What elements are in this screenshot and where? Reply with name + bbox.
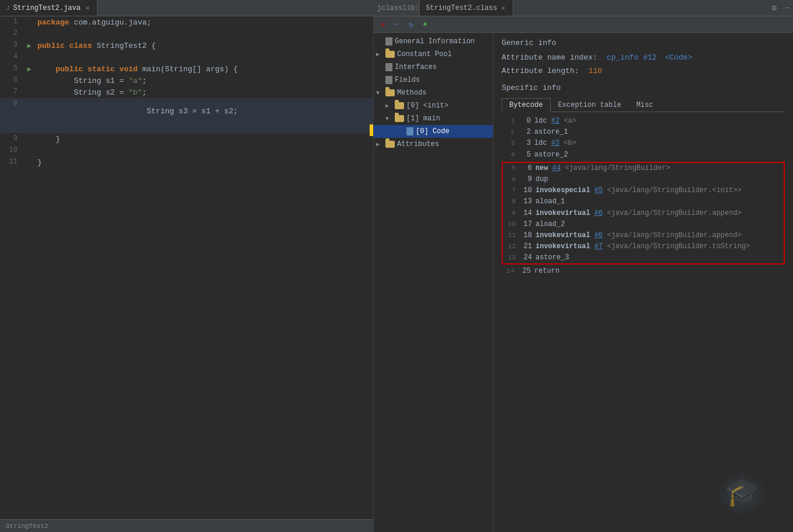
table-row: 2 <box>0 28 373 40</box>
editor-status-bar: StringTest2 <box>0 519 373 532</box>
bc-linenum: 14 <box>502 266 518 277</box>
arrow-init: ▶ <box>385 102 392 109</box>
bc-instr: return <box>534 266 559 277</box>
tree-content: General Information ▶ Constant Pool <box>374 33 493 532</box>
bc-linenum: 10 <box>503 220 519 230</box>
arrow-main: ▼ <box>385 116 392 122</box>
table-row: 4 <box>0 51 373 63</box>
tab-exception-table[interactable]: Exception table <box>551 98 629 112</box>
attr-name-label: Attribute name index: <box>502 53 597 62</box>
table-row: 6 String s1 = "a"; <box>0 75 373 86</box>
folder-icon-init <box>395 102 404 109</box>
generic-info-title: Generic info <box>502 39 785 47</box>
editor-tab-bar: J StringTest2.java ✕ <box>0 0 373 16</box>
code-line: public class StringTest2 { <box>35 40 373 51</box>
bc-linenum: 5 <box>503 164 519 174</box>
tree-item-main[interactable]: ▼ [1] main <box>374 112 493 125</box>
info-row-attr-name: Attribute name index: cp_info #12 <Code> <box>502 53 785 62</box>
tree-label-main: [1] main <box>406 114 440 123</box>
code-line: String s3 = s1 + s2; <box>35 98 373 133</box>
settings-button[interactable]: ⚙ <box>767 3 781 13</box>
tree-item-methods[interactable]: ▼ Methods <box>374 86 493 99</box>
attr-name-link[interactable]: cp_info #12 <box>607 53 657 62</box>
attr-length-label: Attribute length: <box>502 67 579 75</box>
bc-offset: 9 <box>519 174 535 185</box>
bc-offset: 10 <box>519 185 535 196</box>
bc-offset: 17 <box>519 219 535 230</box>
tree-item-constant[interactable]: ▶ Constant Pool <box>374 48 493 61</box>
tab-java-close[interactable]: ✕ <box>84 4 92 12</box>
tree-item-attributes[interactable]: ▶ Attributes <box>374 138 493 151</box>
code-line <box>35 28 373 40</box>
bc-ref[interactable]: #6 <box>594 230 603 241</box>
line-number: 8 <box>0 98 23 133</box>
bc-row-11: 11 18 invokevirtual #6 <java/lang/String… <box>503 230 784 241</box>
tab-misc[interactable]: Misc <box>629 98 661 112</box>
close-button[interactable]: ✕ <box>377 19 389 30</box>
info-row-attr-length: Attribute length: 110 <box>502 67 785 75</box>
tree-item-init[interactable]: ▶ [0] <init> <box>374 99 493 112</box>
tree-label-interfaces: Interfaces <box>395 63 437 71</box>
bc-row-7: 7 10 invokespecial #5 <java/lang/StringB… <box>503 185 784 196</box>
bc-ref[interactable]: #7 <box>594 241 603 252</box>
bc-comment: <java/lang/StringBuilder.<init>> <box>603 185 742 196</box>
jclasslib-tab[interactable]: StringTest2.class ✕ <box>419 0 513 16</box>
code-line: } <box>35 133 373 145</box>
bc-instr: ldc <box>534 138 551 149</box>
line-indicator: ▶ <box>23 63 35 75</box>
tree-item-code[interactable]: [0] Code <box>374 125 493 138</box>
bc-instr: invokespecial <box>535 185 594 196</box>
tree-item-fields[interactable]: Fields <box>374 74 493 86</box>
right-area: jclasslib: StringTest2.class ✕ ⚙ — ✕ ← ↻… <box>374 0 793 532</box>
line-number: 3 <box>0 40 23 51</box>
bc-row-13: 13 24 astore_3 <box>503 252 784 263</box>
code-line: } <box>35 157 373 168</box>
bc-ref[interactable]: #3 <box>551 138 559 149</box>
tree-label-init: [0] <init> <box>406 102 448 110</box>
jclasslib-tab-close[interactable]: ✕ <box>499 4 507 12</box>
attr-name-code[interactable]: <Code> <box>665 53 693 62</box>
bc-ref[interactable]: #4 <box>552 163 561 174</box>
bc-row-2: 2 2 astore_1 <box>502 127 785 138</box>
line-indicator: ▶ <box>23 40 35 51</box>
back-button[interactable]: ← <box>391 19 403 30</box>
bc-ref[interactable]: #2 <box>551 116 559 127</box>
table-row: 3 ▶ public class StringTest2 { <box>0 40 373 51</box>
table-row: 5 ▶ public static void main(String[] arg… <box>0 63 373 75</box>
pin-button[interactable]: — <box>781 4 793 12</box>
line-number: 2 <box>0 28 23 40</box>
bc-instr: invokevirtual <box>535 241 594 252</box>
bc-row-5: 5 6 new #4 <java/lang/StringBuilder> <box>503 163 784 174</box>
tab-bytecode[interactable]: Bytecode <box>502 98 551 112</box>
bc-ref[interactable]: #6 <box>594 208 603 219</box>
line-indicator <box>23 51 35 63</box>
tab-stringtest2-java[interactable]: J StringTest2.java ✕ <box>0 0 98 16</box>
doc-icon-code <box>406 127 413 135</box>
tree-item-interfaces[interactable]: Interfaces <box>374 61 493 74</box>
doc-icon-general <box>385 37 392 46</box>
tree-item-general[interactable]: General Information <box>374 35 493 48</box>
arrow-constant: ▶ <box>376 51 383 58</box>
refresh-button[interactable]: ↻ <box>405 19 417 30</box>
code-line: String s1 = "a"; <box>35 75 373 86</box>
bc-offset: 21 <box>519 241 535 252</box>
doc-icon-fields <box>385 76 392 84</box>
bc-row-10: 10 17 aload_2 <box>503 219 784 230</box>
line-indicator <box>23 16 35 28</box>
line-number: 9 <box>0 133 23 145</box>
bc-instr: aload_2 <box>535 219 565 230</box>
bc-offset: 13 <box>519 196 535 207</box>
code-table: 1 package com.atguigu.java; 2 3 <box>0 16 373 168</box>
bc-ref[interactable]: #5 <box>594 185 603 196</box>
bc-instr: new <box>535 163 552 174</box>
bc-offset: 18 <box>519 230 535 241</box>
line-number: 4 <box>0 51 23 63</box>
code-line <box>35 145 373 157</box>
line-indicator <box>23 75 35 86</box>
code-line <box>35 51 373 63</box>
bullet-button[interactable]: ● <box>419 19 431 30</box>
line-number: 11 <box>0 157 23 168</box>
bc-linenum: 2 <box>502 127 518 138</box>
table-row: 1 package com.atguigu.java; <box>0 16 373 28</box>
bc-comment: <java/lang/StringBuilder.toString> <box>603 241 750 252</box>
